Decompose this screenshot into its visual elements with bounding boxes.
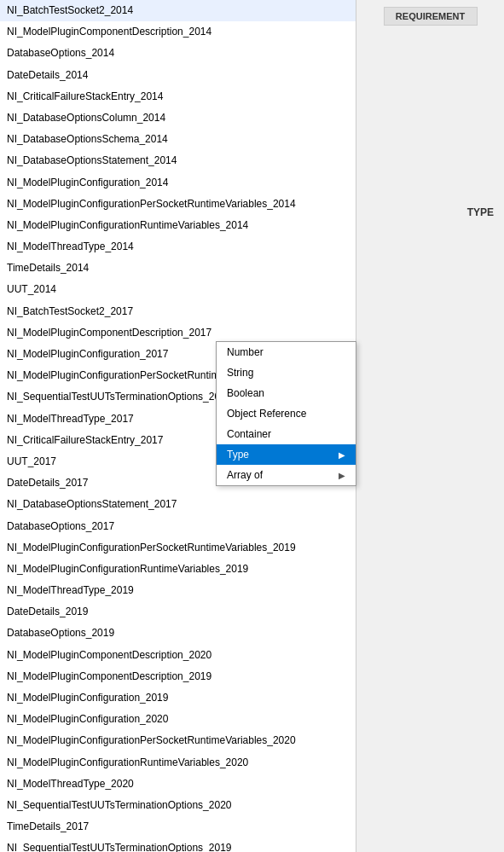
list-item[interactable]: NI_ModelPluginConfigurationPerSocketRunt…	[0, 194, 356, 215]
list-item[interactable]: NI_SequentialTestUUTsTerminationOptions_…	[0, 838, 356, 852]
requirement-label: REQUIREMENT	[384, 7, 478, 26]
dropdown-menu: NumberStringBooleanObject ReferenceConta…	[216, 341, 356, 486]
list-item[interactable]: NI_ModelPluginConfigurationRuntimeVariab…	[0, 752, 356, 774]
list-item[interactable]: NI_ModelPluginConfigurationRuntimeVariab…	[0, 559, 356, 580]
submenu-chevron-icon: ▶	[339, 471, 345, 480]
list-item[interactable]: NI_ModelPluginConfigurationPerSocketRunt…	[0, 730, 356, 751]
list-item[interactable]: NI_SequentialTestUUTsTerminationOptions_…	[0, 795, 356, 816]
list-item[interactable]: NI_ModelPluginConfiguration_2014	[0, 172, 356, 194]
dropdown-item[interactable]: Number	[217, 342, 356, 362]
dropdown-item-label: Boolean	[227, 387, 264, 399]
dropdown-item-label: Array of	[227, 469, 263, 481]
dropdown-item[interactable]: Array of▶	[217, 465, 356, 485]
list-item[interactable]: NI_ModelThreadType_2019	[0, 580, 356, 601]
dropdown-item[interactable]: String	[217, 362, 356, 383]
list-item[interactable]: NI_CriticalFailureStackEntry_2014	[0, 86, 356, 107]
list-item[interactable]: TimeDetails_2014	[0, 258, 356, 279]
list-item[interactable]: DatabaseOptions_2019	[0, 623, 356, 644]
list-item[interactable]: NI_DatabaseOptionsSchema_2014	[0, 129, 356, 150]
list-item[interactable]: TimeDetails_2017	[0, 816, 356, 838]
list-item[interactable]: NI_ModelPluginComponentDescription_2019	[0, 666, 356, 687]
dropdown-item-label: String	[227, 367, 253, 379]
list-item[interactable]: NI_DatabaseOptionsColumn_2014	[0, 107, 356, 129]
list-item[interactable]: NI_ModelPluginConfiguration_2019	[0, 687, 356, 709]
main-container: NI_BatchTestSocket2_2014NI_ModelPluginCo…	[0, 0, 504, 852]
submenu-chevron-icon: ▶	[339, 450, 345, 460]
dropdown-item-label: Object Reference	[227, 408, 306, 420]
list-item[interactable]: NI_BatchTestSocket2_2017	[0, 301, 356, 322]
list-item[interactable]: DatabaseOptions_2017	[0, 516, 356, 537]
right-panel: REQUIREMENT TYPE NumberStringBooleanObje…	[356, 0, 504, 852]
list-item[interactable]: NI_DatabaseOptionsStatement_2017	[0, 494, 356, 515]
list-item[interactable]: DateDetails_2019	[0, 601, 356, 623]
list-item[interactable]: NI_ModelPluginComponentDescription_2020	[0, 645, 356, 666]
list-item[interactable]: UUT_2014	[0, 279, 356, 300]
dropdown-item[interactable]: Boolean	[217, 383, 356, 403]
list-item[interactable]: NI_ModelPluginConfigurationRuntimeVariab…	[0, 215, 356, 236]
list-item[interactable]: NI_ModelThreadType_2014	[0, 236, 356, 258]
list-item[interactable]: NI_ModelPluginComponentDescription_2014	[0, 21, 356, 43]
dropdown-item[interactable]: Type▶	[217, 444, 356, 465]
list-item[interactable]: NI_ModelPluginConfiguration_2020	[0, 709, 356, 730]
dropdown-item-label: Container	[227, 428, 271, 440]
list-item[interactable]: DatabaseOptions_2014	[0, 43, 356, 64]
type-label: TYPE	[356, 203, 504, 222]
list-item[interactable]: NI_DatabaseOptionsStatement_2014	[0, 150, 356, 171]
dropdown-item[interactable]: Container	[217, 424, 356, 444]
list-item[interactable]: DateDetails_2014	[0, 65, 356, 86]
dropdown-item-label: Type	[227, 449, 249, 461]
list-item[interactable]: NI_ModelPluginConfigurationPerSocketRunt…	[0, 537, 356, 559]
dropdown-item[interactable]: Object Reference	[217, 403, 356, 424]
dropdown-item-label: Number	[227, 346, 264, 358]
list-item[interactable]: NI_BatchTestSocket2_2014	[0, 0, 356, 21]
list-item[interactable]: NI_ModelThreadType_2020	[0, 774, 356, 795]
